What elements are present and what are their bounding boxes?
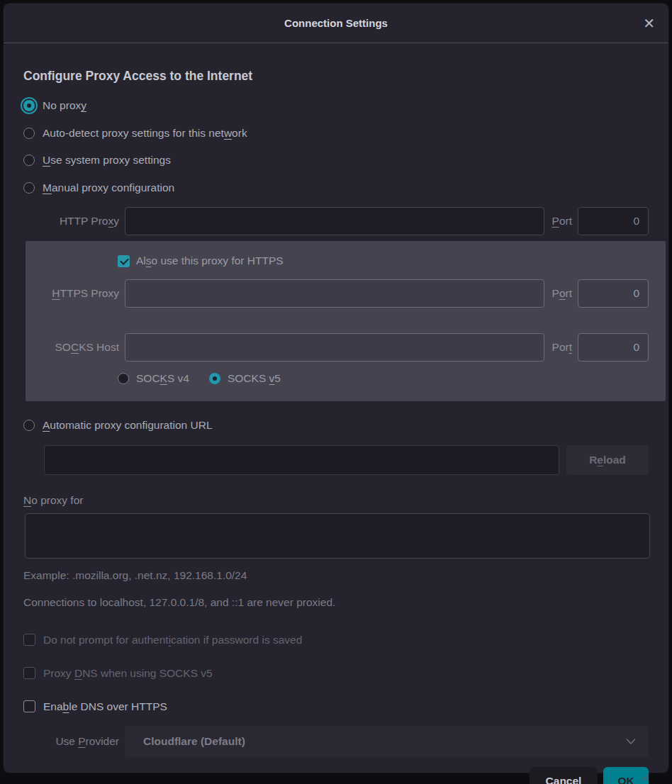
https-proxy-input[interactable]: [125, 279, 544, 308]
socks-port-label: Port: [552, 341, 572, 354]
https-proxy-row: HTTPS Proxy Port: [26, 278, 666, 309]
radio-auto-detect-label: Auto-detect proxy settings for this netw…: [43, 127, 247, 140]
no-proxy-for-label: No proxy for: [23, 494, 649, 507]
http-proxy-row: HTTP Proxy Port: [23, 206, 649, 237]
socks-host-label: SOCKS Host: [26, 341, 119, 354]
http-proxy-input[interactable]: [125, 207, 544, 235]
radio-row-auto-detect[interactable]: Auto-detect proxy settings for this netw…: [23, 120, 649, 147]
no-prompt-auth-label: Do not prompt for authentication if pass…: [43, 634, 302, 646]
radio-socks-v4[interactable]: [118, 373, 129, 384]
dialog-footer: Cancel OK: [23, 767, 649, 784]
enable-doh-row[interactable]: Enable DNS over HTTPS: [23, 696, 649, 717]
autoconfig-url-row: Reload: [44, 445, 649, 475]
chevron-down-icon: [626, 738, 636, 744]
radio-row-system-proxy[interactable]: Use system proxy settings: [23, 147, 649, 174]
http-port-label: Port: [552, 215, 572, 228]
page-title: Configure Proxy Access to the Internet: [23, 69, 649, 84]
socks-host-row: SOCKS Host Port: [26, 332, 666, 363]
dialog-title: Connection Settings: [284, 17, 388, 29]
radio-autoconfig-label: Automatic proxy configuration URL: [43, 419, 213, 432]
radio-autoconfig[interactable]: [23, 420, 35, 431]
enable-doh-checkbox[interactable]: [23, 700, 35, 712]
autoconfig-url-input[interactable]: [44, 445, 559, 475]
socks-port-input[interactable]: [578, 333, 649, 362]
socks-version-radios: SOCKS v4 SOCKS v5: [118, 369, 666, 388]
https-proxy-label: HTTPS Proxy: [26, 287, 119, 300]
socks-host-input[interactable]: [125, 333, 544, 362]
radio-manual-proxy[interactable]: [23, 182, 35, 194]
enable-doh-label: Enable DNS over HTTPS: [43, 700, 167, 713]
no-proxy-for-textarea[interactable]: [25, 513, 650, 559]
resize-grip-icon[interactable]: [639, 771, 649, 781]
radio-socks-v5[interactable]: [209, 373, 220, 384]
connection-settings-dialog: Connection Settings ✕ Configure Proxy Ac…: [4, 4, 668, 773]
https-port-input[interactable]: [578, 279, 649, 308]
radio-no-proxy[interactable]: [23, 100, 35, 111]
http-proxy-label: HTTP Proxy: [23, 215, 119, 228]
radio-system-proxy-label: Use system proxy settings: [43, 154, 171, 167]
proxy-dns-label: Proxy DNS when using SOCKS v5: [43, 667, 213, 680]
no-proxy-for-example: Example: .mozilla.org, .net.nz, 192.168.…: [23, 569, 649, 582]
proxy-dns-checkbox: [23, 667, 35, 679]
also-use-https-row[interactable]: Also use this proxy for HTTPS: [118, 248, 666, 274]
radio-manual-proxy-label: Manual proxy configuration: [43, 181, 174, 194]
no-prompt-auth-checkbox: [23, 634, 35, 646]
reload-button[interactable]: Reload: [566, 445, 649, 475]
cancel-button[interactable]: Cancel: [530, 767, 598, 784]
radio-no-proxy-label: No proxy: [43, 99, 86, 112]
radio-socks-v5-label: SOCKS v5: [228, 372, 281, 385]
dialog-titlebar: Connection Settings ✕: [4, 4, 668, 43]
no-prompt-auth-row: Do not prompt for authentication if pass…: [23, 629, 649, 651]
doh-provider-dropdown: Cloudflare (Default): [125, 726, 649, 757]
proxy-dns-row: Proxy DNS when using SOCKS v5: [23, 663, 649, 684]
dialog-content: Configure Proxy Access to the Internet N…: [4, 43, 668, 784]
radio-row-autoconfig[interactable]: Automatic proxy configuration URL: [23, 412, 649, 439]
radio-row-no-proxy[interactable]: No proxy: [23, 92, 649, 120]
radio-auto-detect[interactable]: [23, 128, 35, 139]
no-proxy-for-note: Connections to localhost, 127.0.0.1/8, a…: [23, 596, 649, 609]
radio-system-proxy[interactable]: [23, 155, 35, 166]
close-icon[interactable]: ✕: [643, 16, 655, 30]
https-socks-highlight-section: Also use this proxy for HTTPS HTTPS Prox…: [26, 241, 666, 401]
use-provider-label: Use Provider: [23, 735, 119, 748]
doh-provider-row: Use Provider Cloudflare (Default): [23, 726, 649, 757]
radio-socks-v4-label: SOCKS v4: [136, 372, 189, 385]
radio-row-manual-proxy[interactable]: Manual proxy configuration: [23, 174, 649, 202]
https-port-label: Port: [552, 287, 572, 300]
http-port-input[interactable]: [578, 207, 649, 235]
also-use-https-label: Also use this proxy for HTTPS: [136, 254, 284, 267]
also-use-https-checkbox[interactable]: [118, 255, 130, 267]
doh-provider-value: Cloudflare (Default): [143, 735, 245, 748]
